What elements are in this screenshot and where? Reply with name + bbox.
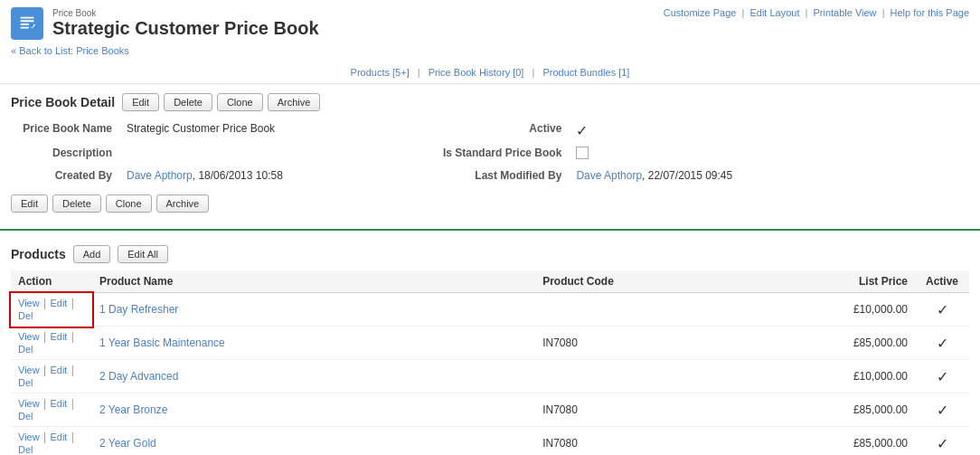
products-subnav-link[interactable]: Products [5+]	[351, 67, 410, 78]
action-edit-link[interactable]: Edit	[50, 431, 67, 442]
is-standard-checkbox	[569, 143, 969, 166]
action-view-link[interactable]: View	[18, 298, 40, 308]
customize-page-link[interactable]: Customize Page	[664, 7, 737, 18]
action-del-link[interactable]: Del	[18, 344, 33, 355]
price-book-icon	[11, 7, 43, 40]
help-link[interactable]: Help for this Page	[890, 7, 969, 18]
table-row: View | Edit | Del2 Year BronzeIN7080£85,…	[11, 393, 969, 427]
edit-button[interactable]: Edit	[122, 93, 159, 111]
product-name-cell: 2 Year Gold	[92, 427, 535, 456]
product-name-link[interactable]: 2 Day Advanced	[99, 370, 178, 383]
created-by-date: , 18/06/2013 10:58	[193, 169, 283, 182]
table-row: View | Edit | Del1 Year Basic Maintenanc…	[11, 327, 969, 360]
product-name-link[interactable]: 1 Day Refresher	[99, 303, 178, 316]
last-modified-value: Dave Apthorp, 22/07/2015 09:45	[569, 166, 969, 185]
detail-section-title: Price Book Detail	[11, 95, 115, 109]
product-name-cell: 1 Year Basic Maintenance	[92, 327, 535, 360]
product-name-link[interactable]: 2 Year Gold	[99, 437, 156, 450]
price-book-name-row: Price Book Name Strategic Customer Price…	[11, 118, 969, 143]
col-list-price: List Price	[806, 270, 915, 293]
active-checkmark: ✓	[576, 123, 588, 138]
top-links: Customize Page | Edit Layout | Printable…	[664, 7, 969, 18]
active-cell: ✓	[915, 360, 969, 393]
product-code-cell: IN7080	[535, 327, 806, 360]
action-view-link[interactable]: View	[18, 331, 40, 342]
product-name-cell: 2 Year Bronze	[92, 393, 535, 427]
detail-buttons: Edit Delete Clone Archive	[122, 93, 320, 111]
products-table: Action Product Name Product Code List Pr…	[11, 270, 969, 455]
action-edit-link[interactable]: Edit	[50, 398, 67, 409]
breadcrumb: « Back to List: Price Books	[0, 43, 980, 62]
active-cell: ✓	[915, 293, 969, 327]
standard-checkbox-empty	[576, 147, 589, 159]
list-price-cell: £10,000.00	[806, 360, 915, 393]
action-cell: View | Edit | Del	[11, 327, 92, 360]
product-name-cell: 2 Day Advanced	[92, 360, 535, 393]
action-view-link[interactable]: View	[18, 365, 40, 375]
description-value	[119, 143, 436, 166]
products-table-body: View | Edit | Del1 Day Refresher£10,000.…	[11, 293, 969, 456]
archive-button[interactable]: Archive	[268, 93, 321, 111]
table-row: View | Edit | Del1 Day Refresher£10,000.…	[11, 293, 969, 327]
action-view-link[interactable]: View	[18, 431, 40, 442]
action-cell: View | Edit | Del	[11, 293, 92, 327]
action-del-link[interactable]: Del	[18, 444, 33, 455]
col-active: Active	[915, 270, 969, 293]
active-cell: ✓	[915, 327, 969, 360]
history-subnav-link[interactable]: Price Book History [0]	[429, 67, 524, 78]
table-row: View | Edit | Del2 Day Advanced£10,000.0…	[11, 360, 969, 393]
description-row: Description Is Standard Price Book	[11, 143, 969, 166]
product-name-link[interactable]: 1 Year Basic Maintenance	[99, 337, 225, 349]
delete-button[interactable]: Delete	[164, 93, 212, 111]
last-modified-date: , 22/07/2015 09:45	[642, 169, 732, 182]
back-to-list-link[interactable]: « Back to List: Price Books	[11, 45, 129, 56]
last-modified-link[interactable]: Dave Apthorp	[576, 169, 642, 182]
is-standard-label: Is Standard Price Book	[436, 143, 569, 166]
page-header: Price Book Strategic Customer Price Book	[11, 7, 319, 40]
list-price-cell: £10,000.00	[806, 293, 915, 327]
products-title: Products	[11, 247, 66, 261]
header-text: Price Book Strategic Customer Price Book	[52, 8, 319, 39]
action-edit-link[interactable]: Edit	[50, 365, 67, 375]
active-label: Active	[436, 118, 569, 143]
action-cell: View | Edit | Del	[11, 393, 92, 427]
top-bar: Price Book Strategic Customer Price Book…	[0, 0, 980, 43]
action-del-link[interactable]: Del	[18, 377, 33, 388]
page-subtitle: Price Book	[52, 8, 319, 18]
edit-layout-link[interactable]: Edit Layout	[749, 7, 799, 18]
list-price-cell: £85,000.00	[806, 393, 915, 427]
product-code-cell: IN7080	[535, 393, 806, 427]
action-del-link[interactable]: Del	[18, 411, 33, 422]
detail-section: Price Book Detail Edit Delete Clone Arch…	[0, 84, 980, 222]
bottom-buttons-row: Edit Delete Clone Archive	[11, 194, 969, 213]
printable-view-link[interactable]: Printable View	[813, 7, 876, 18]
action-view-link[interactable]: View	[18, 398, 40, 409]
add-button[interactable]: Add	[73, 245, 111, 263]
delete-button-bottom[interactable]: Delete	[52, 194, 101, 213]
list-price-cell: £85,000.00	[806, 427, 915, 456]
action-cell: View | Edit | Del	[11, 360, 92, 393]
product-code-cell	[535, 293, 806, 327]
created-by-link[interactable]: Dave Apthorp	[127, 169, 193, 182]
description-label: Description	[11, 143, 119, 166]
detail-table: Price Book Name Strategic Customer Price…	[11, 118, 969, 185]
price-book-name-value: Strategic Customer Price Book	[119, 118, 436, 143]
last-modified-label: Last Modified By	[436, 166, 569, 185]
product-name-link[interactable]: 2 Year Bronze	[99, 403, 167, 416]
price-book-name-label: Price Book Name	[11, 118, 119, 143]
products-section: Products Add Edit All Action Product Nam…	[0, 238, 980, 455]
clone-button-bottom[interactable]: Clone	[106, 194, 152, 213]
products-header-row: Action Product Name Product Code List Pr…	[11, 270, 969, 293]
action-edit-link[interactable]: Edit	[50, 331, 67, 342]
edit-button-bottom[interactable]: Edit	[11, 194, 48, 213]
page-title: Strategic Customer Price Book	[52, 18, 319, 39]
edit-all-button[interactable]: Edit All	[118, 245, 168, 263]
clone-button[interactable]: Clone	[217, 93, 263, 111]
action-del-link[interactable]: Del	[18, 310, 33, 321]
bundles-subnav-link[interactable]: Product Bundles [1]	[542, 67, 629, 78]
active-cell: ✓	[915, 427, 969, 456]
products-table-head: Action Product Name Product Code List Pr…	[11, 270, 969, 293]
col-product-code: Product Code	[535, 270, 806, 293]
action-edit-link[interactable]: Edit	[50, 298, 67, 308]
archive-button-bottom[interactable]: Archive	[156, 194, 210, 213]
